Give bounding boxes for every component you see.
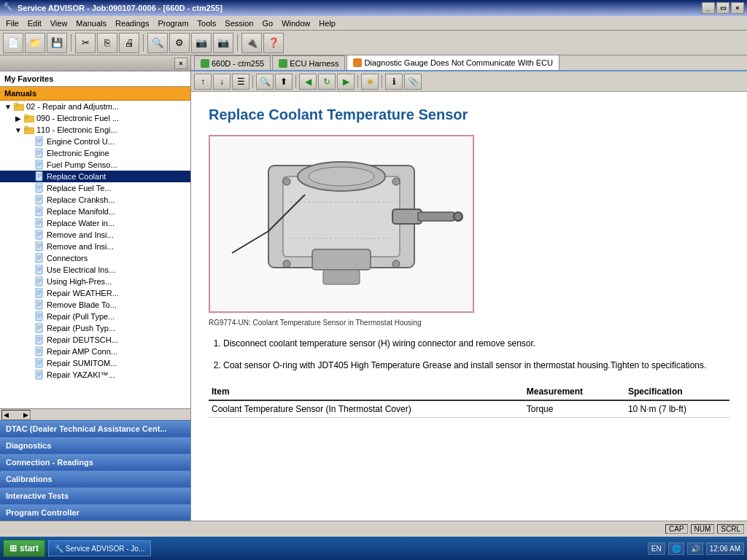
doc-icon-13	[34, 253, 45, 263]
bottom-item-0[interactable]: DTAC (Dealer Technical Assistance Cent..…	[0, 420, 190, 437]
tree-hscroll[interactable]: ◀▶	[0, 408, 190, 420]
tree-item-18[interactable]: Repair (Pull Type...	[0, 311, 190, 322]
bottom-item-4[interactable]: Interactive Tests	[0, 487, 190, 504]
tree-item-23[interactable]: Repair YAZAKI™...	[0, 369, 190, 381]
tree-item-12[interactable]: Remove and Insi...	[0, 241, 190, 252]
info-button[interactable]: ℹ	[385, 74, 403, 90]
next-button[interactable]: ▶	[337, 74, 355, 90]
taskbar-service-advisor[interactable]: 🔧 Service ADVISOR - Jo...	[48, 540, 151, 556]
new-button[interactable]: 📄	[3, 33, 23, 53]
tree-item-15[interactable]: Using High-Pres...	[0, 276, 190, 287]
panel-close-button[interactable]: ×	[174, 58, 187, 69]
menu-item-help[interactable]: Help	[314, 18, 340, 29]
camera-button-2[interactable]: 📷	[213, 33, 233, 53]
windows-icon: ⊞	[9, 543, 17, 553]
nav-back-button[interactable]: ↑	[194, 74, 212, 90]
menu-item-edit[interactable]: Edit	[23, 18, 46, 29]
col-measurement: Measurement	[524, 384, 625, 400]
menu-item-readings[interactable]: Readings	[111, 18, 153, 29]
cut-button[interactable]: ✂	[75, 33, 96, 53]
bottom-item-2[interactable]: Connection - Readings	[0, 454, 190, 470]
folder-icon-1	[23, 113, 35, 123]
tree-label-2: 110 - Electronic Engi...	[36, 125, 117, 134]
search-button[interactable]: 🔍	[147, 33, 168, 53]
tree-label-15: Using High-Pres...	[47, 277, 112, 286]
tree-label-17: Remove Blade To...	[47, 300, 117, 309]
tree-item-19[interactable]: Repair (Push Typ...	[0, 322, 190, 334]
open-button[interactable]: 📁	[25, 33, 45, 53]
tree-item-11[interactable]: Remove and Insi...	[0, 229, 190, 241]
tree-item-16[interactable]: Repair WEATHER...	[0, 287, 190, 299]
tree-item-8[interactable]: Replace Cranksh...	[0, 194, 190, 206]
tree-item-9[interactable]: Replace Manifold...	[0, 206, 190, 217]
tree-item-1[interactable]: ▶090 - Electronic Fuel ...	[0, 112, 190, 124]
menu-item-window[interactable]: Window	[277, 18, 314, 29]
bottom-item-3[interactable]: Calibrations	[0, 470, 190, 487]
restore-button[interactable]: ▭	[716, 2, 729, 14]
toc-button[interactable]: ☰	[232, 74, 249, 90]
cell-specification: 10 N·m (7 lb-ft)	[625, 400, 729, 418]
link-button[interactable]: 📎	[404, 74, 422, 90]
tree-item-14[interactable]: Use Electrical Ins...	[0, 264, 190, 276]
ct-sep-4	[382, 75, 382, 88]
tree-item-5[interactable]: Fuel Pump Senso...	[0, 159, 190, 171]
bottom-item-5[interactable]: Program Controller	[0, 504, 190, 521]
nav-forward-button[interactable]: ↓	[213, 74, 231, 90]
tree-item-17[interactable]: Remove Blade To...	[0, 299, 190, 311]
print-button[interactable]: 🖨	[119, 33, 139, 53]
prev-button[interactable]: ◀	[299, 74, 317, 90]
tree-item-3[interactable]: Engine Control U...	[0, 136, 190, 147]
network-icon: 🌐	[668, 542, 684, 555]
tab-0[interactable]: 660D - ctm255	[194, 55, 271, 70]
svg-rect-95	[392, 209, 422, 224]
doc-icon-9	[34, 206, 45, 217]
camera-button-1[interactable]: 📷	[191, 33, 212, 53]
my-favorites[interactable]: My Favorites	[0, 71, 190, 87]
tab-1[interactable]: ECU Harness	[272, 55, 345, 70]
tree-item-22[interactable]: Repair SUMITOM...	[0, 357, 190, 369]
tree-item-6[interactable]: Replace Coolant	[0, 171, 190, 182]
help-button[interactable]: ❓	[263, 33, 284, 53]
tab-2[interactable]: Diagnostic Gauge Does Not Communicate Wi…	[347, 55, 560, 70]
menu-item-go[interactable]: Go	[258, 18, 277, 29]
tree-item-2[interactable]: ▼110 - Electronic Engi...	[0, 124, 190, 136]
tree-item-21[interactable]: Repair AMP Conn...	[0, 346, 190, 357]
menu-item-manuals[interactable]: Manuals	[71, 18, 111, 29]
settings-button[interactable]: ⚙	[169, 33, 190, 53]
tree-container[interactable]: ▼02 - Repair and Adjustm...▶090 - Electr…	[0, 101, 190, 408]
doc-icon-7	[34, 183, 45, 193]
tree-item-4[interactable]: Electronic Engine	[0, 147, 190, 159]
toolbar-separator-1	[71, 34, 71, 52]
tree-item-20[interactable]: Repair DEUTSCH...	[0, 334, 190, 346]
spec-table: Item Measurement Specification Coolant T…	[209, 384, 729, 418]
doc-icon-17	[34, 300, 45, 310]
menu-item-program[interactable]: Program	[153, 18, 193, 29]
minimize-button[interactable]: _	[702, 2, 715, 14]
menu-item-session[interactable]: Session	[220, 18, 258, 29]
connect-button[interactable]: 🔌	[241, 33, 262, 53]
tree-label-4: Electronic Engine	[47, 149, 109, 158]
search-content-button[interactable]: 🔍	[256, 74, 274, 90]
close-button[interactable]: ×	[731, 2, 744, 14]
tree-item-0[interactable]: ▼02 - Repair and Adjustm...	[0, 101, 190, 112]
bottom-panel: DTAC (Dealer Technical Assistance Cent..…	[0, 420, 190, 521]
tree-item-10[interactable]: Replace Water in...	[0, 217, 190, 229]
svg-rect-22	[36, 183, 42, 192]
up-button[interactable]: ⬆	[275, 74, 293, 90]
doc-icon-10	[34, 218, 45, 228]
hscroll-bar[interactable]: ◀▶	[1, 410, 31, 420]
menu-item-view[interactable]: View	[46, 18, 72, 29]
menu-item-tools[interactable]: Tools	[193, 18, 221, 29]
refresh-button[interactable]: ↻	[318, 74, 336, 90]
menu-item-file[interactable]: File	[1, 18, 23, 29]
copy-button[interactable]: ⎘	[97, 33, 117, 53]
star-button[interactable]: ★	[361, 74, 379, 90]
tab-label-1: ECU Harness	[290, 59, 338, 68]
manuals-header[interactable]: Manuals	[0, 87, 190, 101]
panel-header: ×	[0, 55, 190, 71]
bottom-item-1[interactable]: Diagnostics	[0, 437, 190, 454]
tree-item-13[interactable]: Connectors	[0, 252, 190, 264]
save-button[interactable]: 💾	[47, 33, 67, 53]
tree-item-7[interactable]: Replace Fuel Te...	[0, 182, 190, 194]
start-button[interactable]: ⊞ start	[3, 540, 45, 557]
